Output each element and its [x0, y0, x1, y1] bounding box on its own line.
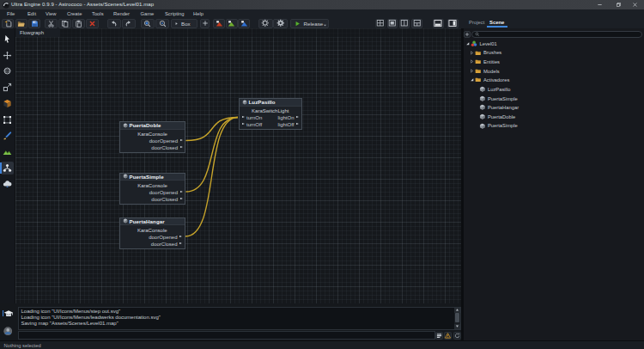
cut-button[interactable]	[45, 19, 58, 28]
menu-create[interactable]: Create	[67, 11, 82, 16]
tree-item-Level01[interactable]: Level01	[465, 40, 497, 48]
refresh-button[interactable]	[453, 332, 461, 340]
zoom-select-button[interactable]	[141, 19, 155, 28]
node-header[interactable]: PuertaSimple	[120, 174, 185, 181]
output-port-label[interactable]: doorClosed	[151, 144, 178, 151]
tree-item-Entities[interactable]: Entities	[470, 58, 501, 66]
node-header[interactable]: PuertaDoble	[120, 122, 185, 130]
node-PuertaHangar[interactable]: PuertaHangar KaraConsoledoorOpeneddoorCl…	[119, 217, 185, 249]
panel-right-icon	[448, 19, 457, 28]
paint-tool-button[interactable]	[1, 129, 14, 142]
tree-item-Models[interactable]: Models	[470, 67, 500, 76]
menu-game[interactable]: Game	[141, 11, 155, 16]
console-panel: Loading icon "UI/Icons/Menus/step out.sv…	[0, 303, 461, 340]
flowgraph-canvas[interactable]: Flowgraph PuertaDoble KaraConsoledoorOpe…	[15, 28, 461, 303]
menu-file[interactable]: File	[7, 11, 15, 16]
scroll-down-button[interactable]	[454, 324, 460, 329]
minimize-button[interactable]	[592, 0, 607, 9]
tab-project[interactable]: Project	[469, 20, 484, 25]
output-port-label[interactable]: doorClosed	[151, 196, 178, 203]
primitive-dropdown[interactable]: Box	[171, 19, 197, 28]
axis-y-button[interactable]	[226, 19, 238, 28]
tree-item-PuertaSimple[interactable]: PuertaSimple	[474, 95, 518, 103]
gear-outline-button[interactable]	[258, 19, 273, 28]
add-object-button[interactable]	[200, 19, 210, 28]
cloud-tool-button[interactable]	[1, 177, 14, 190]
input-port-label[interactable]: turnOn	[246, 114, 262, 121]
learn-icon[interactable]	[3, 309, 14, 319]
scene-icon	[471, 40, 477, 47]
tree-item-PuertaDoble[interactable]: PuertaDoble	[474, 113, 516, 121]
node-header[interactable]: PuertaHangar	[120, 218, 185, 226]
layout-quad-button[interactable]	[375, 19, 386, 28]
select-tool-button[interactable]	[1, 33, 14, 46]
panel-bottom-button[interactable]	[433, 19, 444, 28]
zoom-button[interactable]	[155, 19, 169, 28]
panel-right-button[interactable]	[447, 19, 459, 28]
menu-help[interactable]: Help	[193, 11, 204, 16]
warning-button[interactable]	[444, 332, 452, 340]
create-box-tool-button[interactable]	[1, 97, 14, 110]
open-folder-button[interactable]	[15, 19, 27, 28]
console-scrollbar[interactable]	[454, 308, 460, 329]
undo-button[interactable]	[107, 19, 121, 28]
node-class: KaraConsole	[120, 227, 185, 234]
move-tool-button[interactable]	[1, 49, 14, 62]
run-dropdown[interactable]: Release	[290, 19, 329, 28]
layout-split-mixed-button[interactable]	[411, 19, 422, 28]
console-log-button[interactable]	[435, 332, 443, 340]
search-input[interactable]	[471, 31, 642, 38]
scale-tool-icon	[3, 83, 12, 92]
terrain-tool-button[interactable]	[1, 145, 14, 158]
delete-button[interactable]	[86, 19, 99, 28]
output-port-label[interactable]: lightOn	[277, 114, 294, 121]
rotate-tool-button[interactable]	[1, 64, 14, 77]
scroll-up-button[interactable]	[454, 308, 460, 313]
save-button[interactable]	[28, 19, 40, 28]
node-PuertaSimple[interactable]: PuertaSimple KaraConsoledoorOpeneddoorCl…	[119, 173, 185, 205]
layout-split-vertical-button[interactable]	[399, 19, 410, 28]
console-command-input[interactable]	[18, 331, 435, 340]
copy-button[interactable]	[58, 19, 71, 28]
output-port-label[interactable]: lightOff	[278, 121, 295, 128]
tree-item-LuzPasillo[interactable]: LuzPasillo	[474, 85, 511, 94]
warning-icon	[445, 333, 451, 339]
maximize-button[interactable]	[611, 0, 626, 9]
menu-edit[interactable]: Edit	[27, 11, 36, 16]
output-port-label[interactable]: doorClosed	[151, 241, 178, 248]
new-file-button[interactable]	[2, 19, 14, 28]
input-port-label[interactable]: turnOff	[246, 121, 262, 128]
vertex-tool-button[interactable]	[1, 113, 14, 126]
scrollbar-thumb[interactable]	[455, 313, 460, 322]
tree-item-PuertaHangar[interactable]: PuertaHangar	[474, 103, 519, 112]
tab-scene[interactable]: Scene	[489, 20, 504, 25]
node-PuertaDoble[interactable]: PuertaDoble KaraConsoledoorOpeneddoorClo…	[119, 121, 185, 153]
user-avatar-icon[interactable]	[3, 327, 13, 336]
wire	[186, 118, 239, 193]
node-LuzPasillo[interactable]: LuzPasillo KaraSwitchLightturnOnlightOnt…	[239, 98, 302, 130]
add-entity-button[interactable]	[464, 31, 471, 38]
menu-view[interactable]: View	[46, 11, 56, 16]
output-port-label[interactable]: doorOpened	[149, 234, 177, 241]
menu-render[interactable]: Render	[113, 11, 130, 16]
close-button[interactable]	[628, 0, 642, 9]
redo-button[interactable]	[122, 19, 136, 28]
node-header[interactable]: LuzPasillo	[240, 99, 301, 107]
port-row: doorOpened	[120, 138, 185, 144]
flowgraph-tool-button[interactable]	[1, 162, 14, 174]
layout-single-button[interactable]	[387, 19, 398, 28]
scale-tool-button[interactable]	[1, 81, 14, 94]
entity-cube-icon	[479, 123, 486, 130]
output-port-label[interactable]: doorOpened	[149, 138, 178, 144]
tree-item-Activadores[interactable]: Activadores	[470, 76, 510, 84]
tree-item-Brushes[interactable]: Brushes	[470, 48, 502, 57]
output-port-label[interactable]: doorOpened	[149, 189, 178, 196]
gear-button[interactable]	[273, 19, 288, 28]
menu-scripting[interactable]: Scripting	[165, 11, 185, 16]
console-log[interactable]: Loading icon "UI/Icons/Menus/step out.sv…	[18, 307, 461, 330]
paste-button[interactable]	[72, 19, 85, 28]
axis-x-button[interactable]	[213, 19, 225, 28]
axis-z-button[interactable]	[238, 19, 250, 28]
menu-tools[interactable]: Tools	[92, 11, 104, 16]
tree-item-PuertaSimple[interactable]: PuertaSimple	[474, 121, 518, 130]
